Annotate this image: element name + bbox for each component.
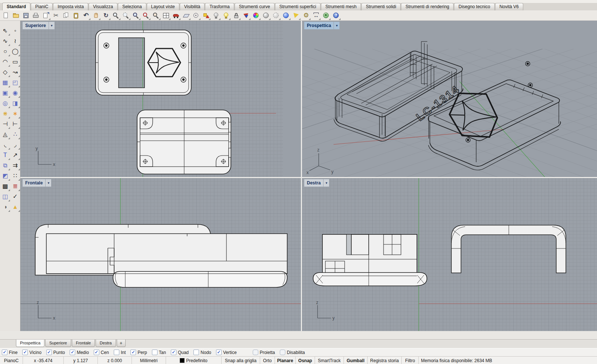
osnap-punto-checkbox[interactable] — [46, 350, 52, 355]
offset-button[interactable]: ⇉ — [10, 161, 20, 170]
curve-interpolate-button[interactable]: ≀ — [10, 36, 20, 46]
menu-tab-seleziona[interactable]: Seleziona — [118, 3, 146, 10]
copy-button[interactable] — [61, 11, 71, 20]
shade-view-button[interactable]: ◑ — [0, 202, 10, 212]
viewport-canvas-destra[interactable]: z y — [302, 178, 597, 331]
viewport-title-label[interactable]: Frontale — [23, 179, 45, 187]
trim-button[interactable]: ⊣ — [0, 119, 10, 129]
osnap-cen-checkbox[interactable] — [94, 350, 99, 355]
render-environment-button[interactable] — [321, 11, 331, 20]
osnap-nodo[interactable]: Nodo — [193, 350, 211, 355]
viewport-title-prospettiva[interactable]: Prospettica ▼ — [304, 21, 340, 30]
viewport-title-superiore[interactable]: Superiore ▼ — [22, 21, 55, 30]
osnap-tan-checkbox[interactable] — [152, 350, 157, 355]
viewport-prospettiva[interactable]: Prospettica ▼ — [302, 21, 597, 177]
surface-patch-button[interactable]: ◨ — [10, 98, 20, 108]
menu-tab-imposta-vista[interactable]: Imposta vista — [53, 3, 88, 10]
add-viewport-tab-button[interactable]: + — [117, 340, 126, 347]
rotate-view-button[interactable] — [101, 11, 111, 20]
osnap-disabilita-checkbox[interactable] — [280, 350, 285, 355]
osnap-vicino[interactable]: Vicino — [22, 350, 41, 355]
menu-tab-standard[interactable]: Standard — [2, 3, 30, 10]
menu-tab-novit-v6[interactable]: Novità V6 — [495, 3, 523, 10]
viewport-menu-arrow-icon[interactable]: ▼ — [334, 22, 339, 29]
viewport-canvas-prospettiva[interactable]: LC-1314 z x y — [302, 21, 597, 177]
viewport-title-label[interactable]: Prospettica — [304, 22, 334, 29]
viewport-tab-destra[interactable]: Destra — [96, 340, 116, 347]
case-lid-top-view[interactable] — [96, 30, 191, 95]
osnap-proietta-checkbox[interactable] — [253, 350, 258, 355]
move-button[interactable]: ↗ — [10, 150, 20, 160]
copy-object-button[interactable]: ⧉ — [0, 161, 10, 170]
hide-objects-button[interactable] — [211, 11, 221, 20]
solid-sphere-button[interactable]: ◉ — [10, 88, 20, 98]
circle-button[interactable]: ○ — [0, 47, 10, 56]
ellipse-button[interactable]: ◯ — [10, 47, 20, 56]
viewport-title-label[interactable]: Destra — [304, 179, 323, 187]
pan-view-button[interactable] — [91, 11, 101, 20]
base-right-view[interactable] — [313, 234, 427, 286]
osnap-nodo-checkbox[interactable] — [193, 350, 199, 355]
menu-tab-strumenti-superfici[interactable]: Strumenti superfici — [275, 3, 321, 10]
text-object-button[interactable]: T — [0, 150, 10, 160]
viewport-canvas-superiore[interactable]: y x — [20, 21, 301, 177]
menu-tab-pianic[interactable]: PianiC — [31, 3, 53, 10]
rendered-viewport-button[interactable] — [281, 11, 291, 20]
viewport-title-frontale[interactable]: Frontale ▼ — [22, 179, 52, 187]
boolean-union-button[interactable]: ⋇ — [0, 109, 10, 118]
flat-shade-button[interactable] — [291, 11, 301, 20]
osnap-quad[interactable]: Quad — [171, 350, 189, 355]
display-mode-button[interactable] — [241, 11, 251, 20]
osnap-perp[interactable]: Perp — [130, 350, 147, 355]
statusbar-snap-alla-griglia[interactable]: Snap alla griglia — [222, 357, 260, 364]
join-button[interactable]: ◫ — [0, 192, 10, 201]
surface-from-points-button[interactable]: ▦ — [0, 78, 10, 87]
menu-tab-visualizza[interactable]: Visualizza — [89, 3, 117, 10]
viewport-menu-arrow-icon[interactable]: ▼ — [45, 179, 51, 187]
osnap-int[interactable]: Int — [114, 350, 126, 355]
viewport-canvas-frontale[interactable]: z x — [20, 178, 301, 331]
cplane-origin-button[interactable] — [191, 11, 201, 20]
viewport-tab-superiore[interactable]: Superiore — [45, 340, 71, 347]
zoom-window-button[interactable] — [121, 11, 131, 20]
solid-union-button[interactable]: ◩ — [0, 171, 10, 181]
viewport-frontale[interactable]: Frontale ▼ — [20, 178, 301, 331]
check-selection-button[interactable]: ✓ — [10, 192, 20, 201]
osnap-tan[interactable]: Tan — [152, 350, 166, 355]
viewport-tab-frontale[interactable]: Frontale — [72, 340, 95, 347]
array-linear-button[interactable]: ∷ — [10, 171, 20, 181]
named-views-button[interactable] — [171, 11, 181, 20]
single-point-button[interactable]: ◦ — [10, 26, 20, 36]
select-objects-button[interactable] — [201, 11, 211, 20]
menu-tab-visibilit[interactable]: Visibilità — [180, 3, 205, 10]
split-button[interactable]: ⊢ — [10, 119, 20, 129]
save-button[interactable] — [21, 11, 31, 20]
surface-sweep-button[interactable]: ◰ — [10, 78, 20, 87]
set-cplane-button[interactable] — [181, 11, 191, 20]
osnap-fine-checkbox[interactable] — [2, 350, 7, 355]
osnap-fine[interactable]: Fine — [2, 350, 17, 355]
osnap-vertice[interactable]: Vertice — [216, 350, 237, 355]
polygon-button[interactable]: ◇ — [0, 67, 10, 77]
open-file-button[interactable] — [11, 11, 21, 20]
viewport-layout-button[interactable] — [161, 11, 171, 20]
viewport-title-label[interactable]: Superiore — [23, 22, 49, 29]
lock-objects-button[interactable] — [231, 11, 241, 20]
osnap-punto[interactable]: Punto — [46, 350, 65, 355]
print-button[interactable] — [31, 11, 41, 20]
menu-tab-strumenti-di-rendering[interactable]: Strumenti di rendering — [401, 3, 454, 10]
paste-button[interactable] — [71, 11, 81, 20]
solid-box-button[interactable]: ▣ — [0, 88, 10, 98]
cut-button[interactable] — [51, 11, 61, 20]
measure-distance-button[interactable] — [311, 11, 321, 20]
point-group-button[interactable]: ∴ — [10, 130, 20, 139]
curve-freeform-button[interactable]: ↝ — [10, 67, 20, 77]
undo-button[interactable] — [81, 11, 91, 20]
viewport-menu-arrow-icon[interactable]: ▼ — [323, 179, 329, 187]
shaded-viewport-button[interactable] — [261, 11, 271, 20]
undo-view-change-button[interactable] — [151, 11, 161, 20]
arc-button[interactable]: ◠ — [0, 57, 10, 67]
statusbar-filtro[interactable]: Filtro — [402, 357, 419, 364]
viewport-destra[interactable]: Destra ▼ — [302, 178, 597, 331]
menu-tab-disegno-tecnico[interactable]: Disegno tecnico — [454, 3, 494, 10]
